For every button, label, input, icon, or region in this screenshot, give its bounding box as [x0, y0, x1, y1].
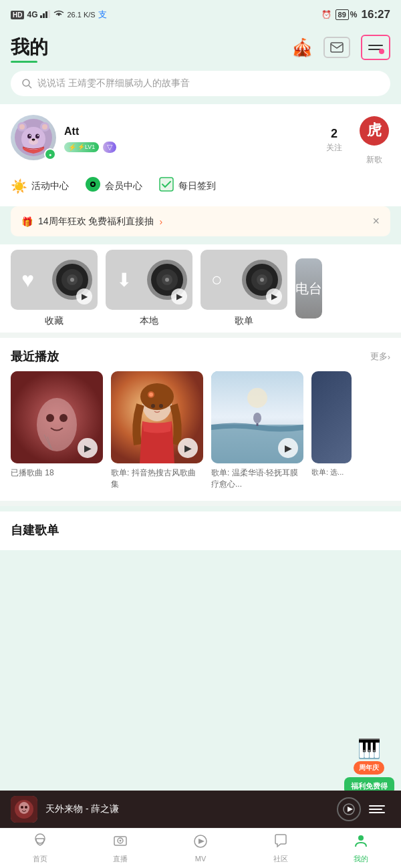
recent-play-header: 最近播放 更多 › [0, 338, 401, 371]
home-label: 首页 [33, 854, 47, 864]
battery-indicator: 89 % [336, 9, 358, 20]
music-categories: ♥ ▶ 收藏 ⬇ ▶ [0, 244, 401, 333]
banner-text: 14周年狂欢 免费福利直接抽 [38, 216, 154, 228]
play-button-local[interactable]: ▶ [171, 288, 187, 304]
mail-button[interactable] [323, 37, 350, 58]
banner-close-button[interactable]: × [372, 214, 380, 228]
nav-home[interactable]: 首页 [0, 829, 80, 868]
svg-point-64 [120, 839, 122, 841]
menu-line-1 [368, 45, 383, 46]
username: Att [64, 126, 116, 138]
checkin-label: 每日签到 [178, 180, 216, 192]
recent-play-title: 最近播放 [11, 349, 59, 365]
svg-point-40 [59, 414, 68, 422]
svg-point-56 [21, 806, 23, 809]
svg-point-43 [140, 383, 174, 410]
mv-icon [192, 834, 209, 853]
avatar-wrap[interactable]: ● [11, 115, 56, 160]
recent-desc-1: 已播歌曲 18 [11, 467, 103, 479]
quick-action-checkin[interactable]: 每日签到 [158, 176, 216, 196]
quick-action-member[interactable]: 会员中心 [85, 176, 142, 196]
svg-point-36 [260, 278, 264, 282]
float-anniversary-banner[interactable]: 🎹 周年庆 福利免费得 [342, 738, 396, 795]
svg-point-47 [149, 393, 153, 397]
anniversary-label: 周年庆 [354, 761, 384, 775]
home-icon [32, 833, 48, 852]
svg-point-55 [19, 802, 29, 814]
divider-2 [0, 501, 401, 506]
recent-item-3[interactable]: ▶ 歌单: 温柔华语·轻抚耳膜疗愈心... [211, 371, 303, 490]
svg-marker-59 [348, 807, 353, 812]
nav-mine[interactable]: 我的 [321, 829, 401, 868]
now-play-button[interactable] [337, 797, 361, 821]
live-label: 直播 [113, 854, 128, 864]
nav-community[interactable]: 社区 [241, 829, 321, 868]
recent-desc-3: 歌单: 温柔华语·轻抚耳膜疗愈心... [211, 467, 303, 490]
search-placeholder: 说说话 王靖雯不胖细腻动人的故事音 [37, 77, 190, 89]
play-button-playlist[interactable]: ▶ [266, 288, 282, 304]
hat-icon: 🎪 [291, 37, 313, 58]
category-favorites[interactable]: ♥ ▶ 收藏 [11, 250, 98, 327]
instrument-icon: 🎹 [358, 738, 381, 760]
profile-right: 2 关注 虎 新歌 [326, 115, 390, 166]
svg-point-50 [247, 388, 267, 408]
recent-thumb-2: ▶ [111, 371, 203, 463]
status-right: ⏰ 89 % 16:27 [321, 8, 390, 21]
local-card: ⬇ ▶ [106, 250, 192, 310]
play-button-3[interactable]: ▶ [278, 438, 298, 458]
self-playlist-section: 自建歌单 [0, 511, 401, 550]
svg-point-16 [37, 135, 39, 136]
play-button-1[interactable]: ▶ [78, 438, 98, 458]
recent-play-more[interactable]: 更多 › [370, 351, 390, 363]
nav-live[interactable]: 直播 [80, 829, 160, 868]
quick-actions: ☀️ 活动中心 会员中心 每日签到 [0, 174, 401, 206]
tiger-icon: 虎 [358, 115, 390, 153]
menu-button[interactable] [361, 35, 390, 60]
svg-point-28 [70, 278, 74, 282]
recent-item-2[interactable]: ▶ 歌单: 抖音热搜古风歌曲集 [111, 371, 203, 490]
recent-thumb-3: ▶ [211, 371, 303, 463]
wifi-icon [53, 10, 64, 20]
svg-rect-3 [48, 10, 50, 18]
community-label: 社区 [273, 854, 288, 864]
promo-banner[interactable]: 🎁 14周年狂欢 免费福利直接抽 › × [11, 206, 390, 236]
badges: ⚡ ⚡LV1 ▽ [64, 142, 116, 153]
profile-info: Att ⚡ ⚡LV1 ▽ [64, 126, 116, 153]
nav-mv[interactable]: MV [160, 829, 241, 868]
recent-item-1[interactable]: 歌曲 [11, 371, 103, 490]
app-header: 我的 🎪 [0, 29, 401, 68]
svg-point-67 [358, 835, 364, 841]
svg-point-14 [35, 134, 39, 139]
svg-point-15 [29, 135, 31, 136]
page-title: 我的 [11, 35, 48, 60]
new-song[interactable]: 虎 新歌 [358, 115, 390, 166]
now-playlist-button[interactable] [369, 799, 390, 820]
profile-left: ● Att ⚡ ⚡LV1 ▽ [11, 115, 116, 160]
svg-point-44 [151, 404, 155, 408]
play-button-favorites[interactable]: ▶ [76, 288, 92, 304]
play-button-2[interactable]: ▶ [178, 438, 198, 458]
quick-action-activity[interactable]: ☀️ 活动中心 [11, 178, 69, 194]
search-bar[interactable]: 说说话 王靖雯不胖细腻动人的故事音 [11, 71, 390, 96]
live-icon [112, 833, 128, 852]
follow-count[interactable]: 2 关注 [326, 127, 342, 154]
svg-point-11 [42, 124, 47, 130]
svg-point-32 [165, 278, 169, 282]
svg-point-57 [25, 806, 27, 809]
svg-point-13 [27, 134, 31, 139]
svg-point-38 [37, 398, 77, 451]
category-playlist[interactable]: ○ ▶ 歌单 [200, 250, 287, 327]
playlist-card: ○ ▶ [200, 250, 287, 310]
now-playing-bar[interactable]: 天外来物 - 薛之谦 [0, 791, 401, 828]
banner-arrow: › [159, 216, 162, 227]
playlist-label: 歌单 [235, 315, 253, 327]
recent-item-4[interactable]: 歌单: 选... [311, 371, 352, 490]
category-radio[interactable]: 电台 [295, 250, 322, 327]
follow-section: 2 关注 虎 新歌 [326, 115, 390, 166]
category-local[interactable]: ⬇ ▶ 本地 [106, 250, 192, 327]
svg-rect-4 [331, 43, 343, 52]
playlist-line-1 [369, 805, 385, 807]
recent-play-list: 歌曲 [0, 371, 401, 501]
playlist-line-2 [369, 809, 382, 810]
recent-thumb-1: 歌曲 [11, 371, 103, 463]
